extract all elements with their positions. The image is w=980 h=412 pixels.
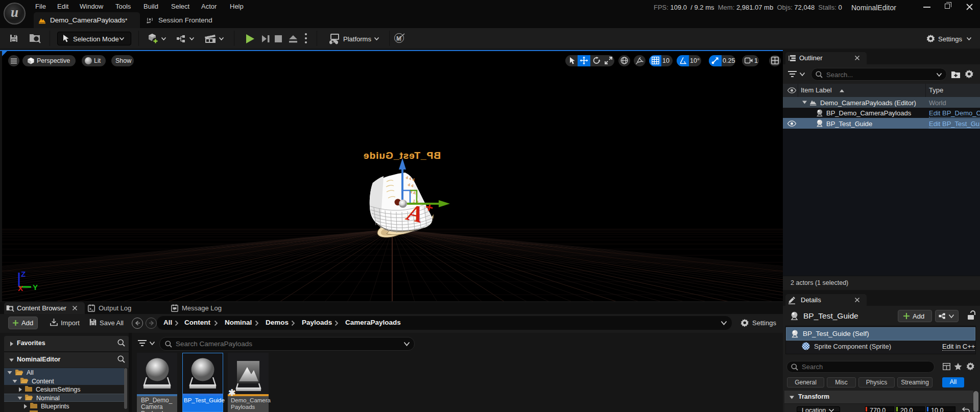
svg-text:BP_Test_Guide: BP_Test_Guide — [363, 150, 441, 161]
svg-text:X: X — [18, 284, 23, 293]
svg-text:+: + — [424, 199, 435, 216]
svg-text:Z: Z — [21, 270, 26, 278]
svg-text:Y: Y — [33, 283, 38, 292]
